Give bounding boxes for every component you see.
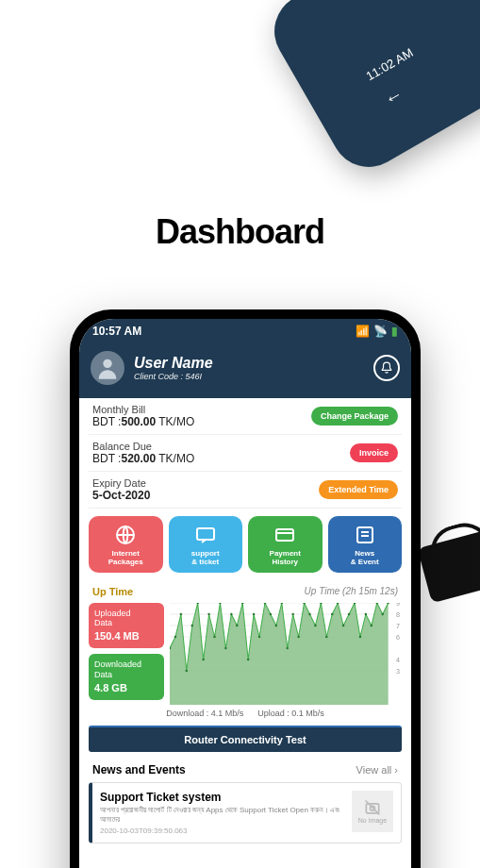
svg-point-44 — [320, 603, 322, 604]
globe-icon — [114, 524, 137, 546]
svg-point-29 — [236, 624, 238, 626]
svg-point-40 — [297, 635, 299, 637]
svg-point-35 — [270, 612, 272, 614]
status-bar: 10:57 AM 📶 📡 ▮ — [79, 319, 411, 343]
phone-frame: 10:57 AM 📶 📡 ▮ User Name Client Code : 5… — [70, 309, 421, 868]
svg-point-33 — [258, 635, 260, 637]
expiry-label: Expiry Date — [92, 477, 150, 489]
notifications-button[interactable] — [373, 355, 400, 381]
card-icon — [273, 524, 296, 546]
page-title: Dashboard — [0, 212, 480, 252]
camera-off-icon — [363, 798, 382, 817]
invoice-button[interactable]: Invoice — [350, 443, 398, 462]
svg-point-42 — [308, 612, 310, 614]
app-header: User Name Client Code : 546I — [79, 343, 411, 398]
extended-time-button[interactable]: Extended Time — [319, 480, 398, 499]
news-title: News and Events — [92, 763, 186, 776]
svg-point-26 — [219, 603, 221, 604]
svg-point-55 — [381, 612, 383, 614]
svg-point-52 — [365, 612, 367, 614]
binder-clip-decoration — [418, 529, 480, 604]
news-icon — [354, 524, 376, 546]
svg-point-38 — [287, 646, 289, 648]
svg-text:4: 4 — [396, 657, 400, 664]
svg-point-46 — [331, 612, 333, 614]
tile-payment-history[interactable]: Payment History — [248, 516, 323, 573]
battery-icon: ▮ — [391, 325, 398, 338]
tile-news-event[interactable]: News & Event — [328, 516, 403, 573]
signal-icon: 📶 — [356, 325, 370, 338]
svg-point-20 — [186, 669, 188, 671]
svg-point-49 — [348, 612, 350, 614]
tile-label: News & Event — [351, 550, 379, 567]
svg-point-24 — [207, 612, 209, 614]
card-title: Support Ticket system — [100, 791, 344, 804]
monthly-bill-row: Monthly Bill BDT :500.00 TK/MO Change Pa… — [89, 398, 402, 435]
tile-support-ticket[interactable]: support & ticket — [169, 516, 243, 573]
chat-icon — [194, 524, 217, 546]
svg-point-27 — [224, 646, 226, 648]
tile-label: Internet Packages — [108, 550, 143, 567]
svg-point-21 — [191, 624, 193, 626]
decorative-phone: 11:02 AM ← — [260, 0, 480, 181]
card-timestamp: 2020-10-03T09:39:50.063 — [100, 826, 344, 835]
uploaded-stat: Uploaded Data 150.4 MB — [89, 603, 164, 649]
svg-point-30 — [241, 603, 243, 604]
svg-point-0 — [103, 359, 111, 368]
download-speed: Download : 4.1 Mb/s — [166, 709, 243, 718]
svg-point-28 — [230, 612, 232, 614]
wifi-icon: 📡 — [373, 325, 388, 338]
no-image-placeholder: No Image — [352, 791, 393, 832]
status-time: 10:57 AM — [92, 325, 141, 338]
svg-point-39 — [291, 612, 293, 614]
svg-point-22 — [196, 603, 198, 604]
svg-text:8: 8 — [396, 611, 400, 619]
avatar[interactable] — [91, 351, 124, 385]
svg-point-37 — [281, 603, 283, 604]
uptime-label: Up Time — [92, 586, 133, 597]
svg-point-53 — [371, 624, 372, 626]
svg-rect-3 — [276, 529, 293, 541]
svg-text:7: 7 — [396, 623, 400, 630]
user-name: User Name — [134, 355, 364, 372]
downloaded-stat: Downloaded Data 4.8 GB — [89, 654, 164, 700]
back-icon: ← — [380, 83, 407, 111]
view-all-button[interactable]: View all › — [356, 764, 398, 776]
user-icon — [94, 355, 121, 381]
due-label: Balance Due — [92, 441, 194, 452]
svg-point-48 — [342, 624, 344, 626]
svg-point-51 — [359, 635, 361, 637]
balance-due-row: Balance Due BDT :520.00 TK/MO Invoice — [89, 435, 402, 472]
svg-point-25 — [213, 635, 215, 637]
client-code: Client Code : 546I — [134, 372, 364, 381]
svg-point-43 — [314, 624, 316, 626]
svg-point-36 — [275, 624, 277, 626]
card-desc: আপনার প্রয়োজনীয় সাপোর্ট টি নেওয়ার জন্… — [100, 806, 344, 826]
tile-internet-packages[interactable]: Internet Packages — [89, 516, 163, 573]
svg-point-23 — [202, 658, 204, 659]
svg-text:9: 9 — [396, 603, 400, 608]
svg-point-45 — [325, 635, 327, 637]
uptime-chart: 346789 — [170, 603, 402, 705]
svg-text:6: 6 — [396, 634, 400, 642]
tile-label: Payment History — [270, 550, 301, 567]
bell-icon — [380, 361, 393, 375]
news-card[interactable]: Support Ticket system আপনার প্রয়োজনীয় … — [89, 782, 402, 844]
tile-label: support & ticket — [191, 550, 220, 567]
status-time: 11:02 AM — [364, 45, 416, 83]
expiry-row: Expiry Date 5-Oct-2020 Extended Time — [89, 472, 402, 509]
svg-text:3: 3 — [396, 668, 400, 676]
upload-speed: Upload : 0.1 Mb/s — [257, 709, 324, 718]
svg-point-18 — [174, 635, 176, 637]
router-connectivity-button[interactable]: Router Connectivity Test — [89, 726, 402, 752]
bill-label: Monthly Bill — [92, 404, 194, 415]
change-package-button[interactable]: Change Package — [311, 407, 398, 426]
svg-point-32 — [253, 612, 255, 614]
svg-point-19 — [180, 612, 182, 614]
uptime-value: Up Time (2h 15m 12s) — [305, 586, 398, 597]
svg-point-31 — [247, 658, 249, 659]
svg-rect-2 — [197, 528, 214, 540]
